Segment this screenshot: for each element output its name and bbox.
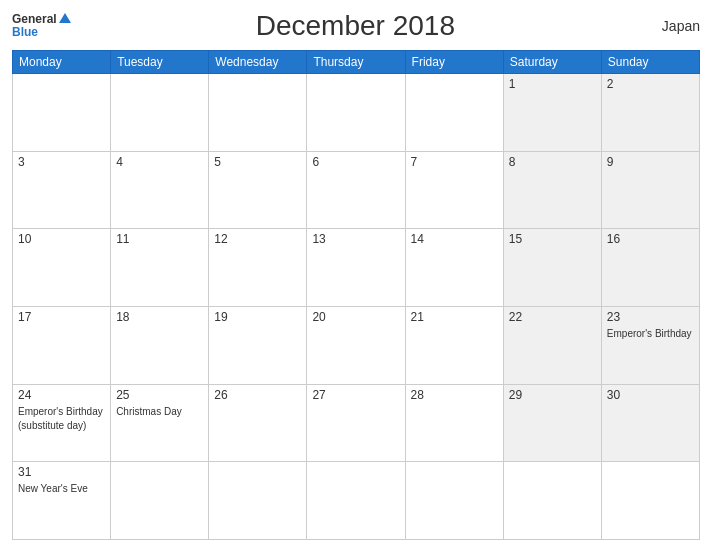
calendar-cell [209, 462, 307, 540]
day-number: 7 [411, 155, 498, 169]
event-text: Christmas Day [116, 406, 182, 417]
calendar-header: General Blue December 2018 Japan [12, 10, 700, 42]
calendar-cell: 17 [13, 306, 111, 384]
calendar-title: December 2018 [71, 10, 640, 42]
calendar-page: General Blue December 2018 Japan MondayT… [0, 0, 712, 550]
calendar-cell: 15 [503, 229, 601, 307]
calendar-cell [209, 74, 307, 152]
day-number: 15 [509, 232, 596, 246]
week-row-6: 31New Year's Eve [13, 462, 700, 540]
calendar-cell [307, 74, 405, 152]
calendar-cell: 18 [111, 306, 209, 384]
day-number: 9 [607, 155, 694, 169]
day-number: 23 [607, 310, 694, 324]
calendar-cell [307, 462, 405, 540]
calendar-cell: 9 [601, 151, 699, 229]
calendar-cell [111, 74, 209, 152]
day-number: 2 [607, 77, 694, 91]
weekday-header-sunday: Sunday [601, 51, 699, 74]
calendar-cell: 7 [405, 151, 503, 229]
day-number: 3 [18, 155, 105, 169]
day-number: 8 [509, 155, 596, 169]
calendar-cell: 31New Year's Eve [13, 462, 111, 540]
weekday-header-friday: Friday [405, 51, 503, 74]
day-number: 24 [18, 388, 105, 402]
day-number: 11 [116, 232, 203, 246]
day-number: 25 [116, 388, 203, 402]
weekday-header-saturday: Saturday [503, 51, 601, 74]
calendar-cell: 28 [405, 384, 503, 462]
week-row-2: 3456789 [13, 151, 700, 229]
calendar-cell: 6 [307, 151, 405, 229]
day-number: 16 [607, 232, 694, 246]
calendar-cell: 12 [209, 229, 307, 307]
weekday-header-wednesday: Wednesday [209, 51, 307, 74]
week-row-5: 24Emperor's Birthday (substitute day)25C… [13, 384, 700, 462]
day-number: 5 [214, 155, 301, 169]
day-number: 26 [214, 388, 301, 402]
calendar-cell: 30 [601, 384, 699, 462]
day-number: 4 [116, 155, 203, 169]
day-number: 21 [411, 310, 498, 324]
calendar-cell [13, 74, 111, 152]
calendar-cell: 3 [13, 151, 111, 229]
event-text: New Year's Eve [18, 483, 88, 494]
calendar-cell: 23Emperor's Birthday [601, 306, 699, 384]
logo: General Blue [12, 13, 71, 39]
weekday-header-thursday: Thursday [307, 51, 405, 74]
day-number: 18 [116, 310, 203, 324]
calendar-cell: 4 [111, 151, 209, 229]
calendar-cell: 14 [405, 229, 503, 307]
calendar-cell: 2 [601, 74, 699, 152]
day-number: 20 [312, 310, 399, 324]
day-number: 31 [18, 465, 105, 479]
calendar-cell: 20 [307, 306, 405, 384]
day-number: 17 [18, 310, 105, 324]
day-number: 13 [312, 232, 399, 246]
calendar-cell: 26 [209, 384, 307, 462]
day-number: 10 [18, 232, 105, 246]
logo-blue-text: Blue [12, 26, 71, 39]
calendar-cell [503, 462, 601, 540]
calendar-cell: 8 [503, 151, 601, 229]
day-number: 1 [509, 77, 596, 91]
calendar-cell: 22 [503, 306, 601, 384]
day-number: 14 [411, 232, 498, 246]
calendar-cell: 5 [209, 151, 307, 229]
day-number: 22 [509, 310, 596, 324]
calendar-cell [405, 462, 503, 540]
calendar-cell: 29 [503, 384, 601, 462]
event-text: Emperor's Birthday [607, 328, 692, 339]
day-number: 30 [607, 388, 694, 402]
week-row-1: 12 [13, 74, 700, 152]
calendar-cell [111, 462, 209, 540]
calendar-cell: 1 [503, 74, 601, 152]
weekday-header-row: MondayTuesdayWednesdayThursdayFridaySatu… [13, 51, 700, 74]
weekday-header-monday: Monday [13, 51, 111, 74]
calendar-cell: 13 [307, 229, 405, 307]
day-number: 6 [312, 155, 399, 169]
week-row-3: 10111213141516 [13, 229, 700, 307]
event-text: Emperor's Birthday (substitute day) [18, 406, 103, 431]
day-number: 27 [312, 388, 399, 402]
calendar-cell: 11 [111, 229, 209, 307]
week-row-4: 17181920212223Emperor's Birthday [13, 306, 700, 384]
calendar-cell: 10 [13, 229, 111, 307]
calendar-cell: 25Christmas Day [111, 384, 209, 462]
calendar-cell: 24Emperor's Birthday (substitute day) [13, 384, 111, 462]
country-label: Japan [640, 18, 700, 34]
logo-triangle-icon [59, 13, 71, 23]
calendar-cell: 21 [405, 306, 503, 384]
calendar-cell: 19 [209, 306, 307, 384]
calendar-cell [601, 462, 699, 540]
calendar-cell: 27 [307, 384, 405, 462]
day-number: 28 [411, 388, 498, 402]
weekday-header-tuesday: Tuesday [111, 51, 209, 74]
calendar-cell [405, 74, 503, 152]
calendar-cell: 16 [601, 229, 699, 307]
calendar-table: MondayTuesdayWednesdayThursdayFridaySatu… [12, 50, 700, 540]
day-number: 29 [509, 388, 596, 402]
day-number: 12 [214, 232, 301, 246]
day-number: 19 [214, 310, 301, 324]
